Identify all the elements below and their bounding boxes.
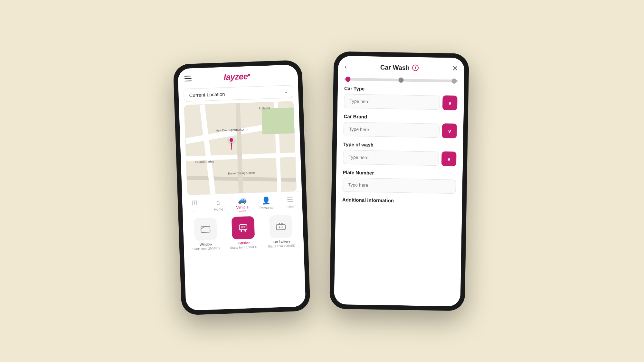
- home-icon: ⌂: [216, 198, 221, 206]
- additional-info-label: Additional information: [342, 197, 456, 204]
- grid-icon: ⊞: [191, 199, 197, 207]
- car-type-input[interactable]: [344, 94, 440, 109]
- svg-rect-4: [241, 226, 243, 227]
- cat-item-interior[interactable]: Interior Starts from 100AED: [229, 216, 258, 249]
- map-view[interactable]: New Era Supermarket Karachi Darbar Dubai…: [184, 101, 297, 195]
- layzee-logo: layzee: [223, 71, 250, 82]
- plate-number-label: Plate Number: [343, 169, 456, 177]
- car-wash-form: Car Type ∨ Car Brand: [334, 85, 464, 306]
- wash-type-input-row: ∨: [343, 149, 457, 166]
- phone2-header: ‹ Car Wash i ✕: [338, 56, 465, 77]
- additional-info-field-group: Additional information: [342, 197, 456, 204]
- phone-2-screen: ‹ Car Wash i ✕: [334, 56, 464, 306]
- cat-item-window[interactable]: Window Starts from 200AED: [191, 217, 220, 251]
- wash-type-dropdown-button[interactable]: ∨: [441, 151, 457, 166]
- nav-item-home[interactable]: ⌂ Home: [206, 197, 231, 211]
- progress-dot-1: [345, 77, 350, 82]
- svg-rect-6: [276, 224, 286, 230]
- window-icon-box: [194, 217, 217, 240]
- map-background: New Era Supermarket Karachi Darbar Dubai…: [184, 101, 297, 195]
- location-bar[interactable]: Current Location ⌄: [184, 85, 293, 102]
- svg-rect-5: [243, 226, 245, 227]
- progress-dot-3: [452, 78, 457, 83]
- menu-button[interactable]: [184, 75, 192, 81]
- map-label-satwa: Al Satwa: [259, 106, 270, 110]
- location-label: Current Location: [189, 91, 225, 98]
- car-brand-input-row: ∨: [343, 121, 457, 138]
- plate-number-input[interactable]: [342, 177, 456, 193]
- park-area: [261, 107, 295, 134]
- svg-rect-1: [239, 224, 247, 230]
- svg-rect-8: [281, 223, 283, 225]
- car-type-dropdown-button[interactable]: ∨: [442, 95, 458, 110]
- chevron-down-icon: ∨: [448, 128, 451, 134]
- svg-rect-0: [201, 226, 210, 232]
- plate-number-input-row: [342, 177, 456, 193]
- scene: layzee Current Location ⌄: [177, 52, 467, 310]
- nav-item-vehicle[interactable]: 🚙 Vehicle: [230, 195, 254, 212]
- car-brand-dropdown-button[interactable]: ∨: [442, 123, 457, 138]
- phone-1-screen: layzee Current Location ⌄: [178, 64, 306, 311]
- phone-1: layzee Current Location ⌄: [173, 60, 310, 315]
- other-icon: ☰: [287, 195, 293, 204]
- close-button[interactable]: ✕: [452, 64, 458, 72]
- info-icon[interactable]: i: [412, 64, 419, 71]
- interior-icon-box: [232, 216, 255, 239]
- nav-item-personal[interactable]: 👤 Personal: [254, 196, 279, 210]
- map-label-karachi: Karachi Darbar: [195, 160, 214, 163]
- svg-rect-3: [244, 229, 246, 231]
- car-type-field-group: Car Type ∨: [344, 85, 458, 110]
- window-icon: [199, 223, 211, 235]
- chevron-down-icon: ∨: [448, 100, 452, 106]
- svg-rect-2: [241, 230, 242, 232]
- progress-track: [344, 78, 458, 82]
- service-categories: Window Starts from 200AED Inte: [183, 210, 304, 254]
- cat-item-battery[interactable]: Car battery Starts from 100AED: [267, 215, 295, 248]
- wash-type-field-group: Type of wash ∨: [343, 141, 457, 166]
- wash-type-label: Type of wash: [343, 141, 457, 149]
- wash-type-input[interactable]: [343, 150, 439, 165]
- car-brand-input[interactable]: [343, 122, 440, 137]
- back-button[interactable]: ‹: [345, 63, 347, 70]
- person-icon: 👤: [262, 196, 271, 205]
- progress-dot-2: [398, 77, 403, 82]
- nav-item-recommended[interactable]: ⊞ ...: [182, 198, 207, 212]
- svg-rect-7: [279, 223, 280, 225]
- interior-icon: [237, 222, 249, 234]
- plate-number-field-group: Plate Number: [342, 169, 456, 193]
- phone-2: ‹ Car Wash i ✕: [329, 51, 469, 311]
- battery-icon: [275, 220, 287, 232]
- map-pin: [229, 137, 234, 150]
- chevron-down-icon: ⌄: [283, 88, 288, 94]
- map-label-driving: Dubai Driving Center: [228, 171, 255, 175]
- phone1-header: layzee: [178, 64, 298, 87]
- car-type-input-row: ∨: [344, 93, 458, 110]
- car-brand-field-group: Car Brand ∨: [343, 113, 457, 138]
- chevron-down-icon: ∨: [447, 156, 451, 162]
- vehicle-icon: 🚙: [238, 196, 247, 204]
- car-brand-label: Car Brand: [344, 113, 457, 121]
- car-wash-screen: ‹ Car Wash i ✕: [334, 56, 464, 306]
- nav-item-other[interactable]: ☰ Othe: [278, 195, 302, 209]
- battery-icon-box: [269, 215, 292, 238]
- car-wash-title: Car Wash i: [380, 63, 419, 71]
